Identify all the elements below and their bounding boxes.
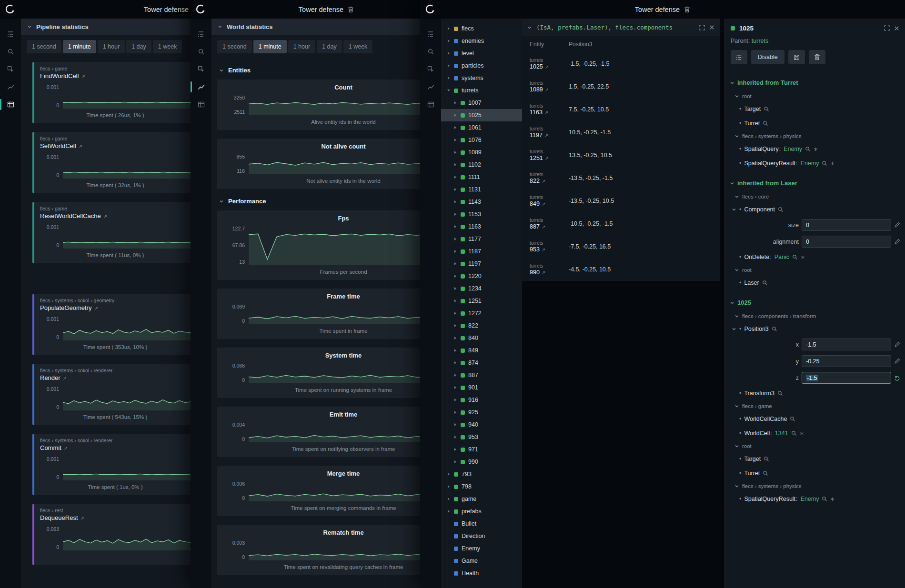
open-link-icon[interactable]: ↗ bbox=[542, 201, 545, 207]
expand-chevron-icon[interactable] bbox=[453, 262, 457, 266]
result-entity-cell[interactable]: turrets 822↗ bbox=[530, 172, 569, 185]
expand-chevron-icon[interactable] bbox=[453, 237, 457, 241]
magnifier-icon[interactable] bbox=[790, 416, 795, 422]
field-value-input[interactable]: -0.25 bbox=[802, 355, 891, 367]
search-icon[interactable] bbox=[420, 43, 441, 60]
tree-item[interactable]: 940 bbox=[441, 419, 522, 431]
close-icon[interactable] bbox=[894, 26, 899, 31]
expand-chevron-icon[interactable] bbox=[453, 460, 457, 464]
expand-chevron-icon[interactable] bbox=[453, 113, 457, 117]
chevron-down-icon[interactable] bbox=[734, 314, 739, 319]
tree-item[interactable]: 953 bbox=[441, 431, 522, 443]
pencil-icon[interactable] bbox=[894, 358, 900, 364]
expand-chevron-icon[interactable] bbox=[447, 89, 451, 92]
expand-chevron-icon[interactable] bbox=[453, 410, 457, 414]
tree-item[interactable]: Enemy bbox=[441, 542, 522, 555]
tree-item[interactable]: 971 bbox=[441, 443, 522, 456]
open-link-icon[interactable]: ↗ bbox=[542, 270, 545, 275]
component-value-link[interactable]: Panic bbox=[774, 254, 789, 260]
pencil-icon[interactable] bbox=[894, 222, 900, 228]
tree-item[interactable]: 1131 bbox=[441, 183, 522, 196]
inspector-row[interactable]: • Target : bbox=[724, 102, 905, 116]
chevron-down-icon[interactable] bbox=[734, 484, 739, 488]
time-range-button[interactable]: 1 day bbox=[317, 40, 342, 53]
inspector-row[interactable]: • : 0 alignment 0 bbox=[724, 233, 905, 250]
result-entity-cell[interactable]: turrets 990↗ bbox=[530, 263, 569, 276]
tree-item[interactable]: 901 bbox=[441, 381, 522, 394]
expand-chevron-icon[interactable] bbox=[453, 398, 457, 402]
time-range-button[interactable]: 1 week bbox=[343, 40, 373, 53]
expand-chevron-icon[interactable] bbox=[447, 472, 451, 476]
result-entity-cell[interactable]: turrets 1251↗ bbox=[530, 149, 569, 162]
field-value-input[interactable]: -1.5 bbox=[802, 339, 891, 350]
result-row[interactable]: turrets 1025↗ -1.5, -0.25, -1.5 bbox=[522, 52, 720, 75]
expand-chevron-icon[interactable] bbox=[453, 373, 457, 377]
inspector-row[interactable]: • root root : bbox=[724, 440, 905, 452]
pencil-icon[interactable] bbox=[894, 239, 900, 245]
tree-item[interactable]: game bbox=[441, 493, 522, 505]
tree-item[interactable]: 840 bbox=[441, 332, 522, 344]
result-entity-cell[interactable]: turrets 1197↗ bbox=[530, 126, 569, 139]
magnifier-icon[interactable] bbox=[822, 160, 827, 166]
expand-chevron-icon[interactable] bbox=[453, 361, 457, 365]
chevron-down-icon[interactable] bbox=[734, 194, 739, 199]
inspector-row[interactable]: • flecs › systems › physics flecs › syst… bbox=[724, 130, 905, 142]
time-range-button[interactable]: 1 minute bbox=[63, 40, 96, 53]
component-value-link[interactable]: Enemy bbox=[801, 496, 819, 502]
tree-item[interactable]: 798 bbox=[441, 480, 522, 493]
expand-chevron-icon[interactable] bbox=[447, 27, 451, 30]
inspect-icon[interactable] bbox=[0, 60, 21, 78]
tree-item[interactable]: 1177 bbox=[441, 233, 522, 245]
result-row[interactable]: turrets 822↗ -13.5, -0.25, -1.5 bbox=[522, 167, 720, 189]
tree-item[interactable]: 1111 bbox=[441, 171, 522, 183]
chevron-down-icon[interactable] bbox=[527, 25, 532, 30]
expand-icon[interactable] bbox=[699, 25, 705, 30]
tree-item[interactable]: 887 bbox=[441, 369, 522, 381]
magnifier-icon[interactable] bbox=[764, 456, 769, 462]
tree-item[interactable]: turrets bbox=[441, 84, 522, 97]
tree-item[interactable]: 925 bbox=[441, 406, 522, 419]
stats-icon[interactable] bbox=[420, 96, 441, 113]
time-range-button[interactable]: 1 minute bbox=[253, 40, 287, 53]
tree-item[interactable]: flecs bbox=[441, 22, 522, 35]
chevron-down-icon[interactable] bbox=[730, 300, 734, 305]
expand-chevron-icon[interactable] bbox=[453, 448, 457, 451]
expand-chevron-icon[interactable] bbox=[447, 485, 451, 488]
chevron-down-icon[interactable] bbox=[730, 181, 734, 186]
hierarchy-icon[interactable] bbox=[420, 25, 441, 43]
chevron-down-icon[interactable] bbox=[734, 268, 739, 272]
inspector-row[interactable]: • root root : bbox=[724, 90, 905, 102]
query-editor[interactable]: (IsA, prefabs.Laser), flecs.components bbox=[522, 19, 720, 36]
tree-item[interactable]: 1197 bbox=[441, 258, 522, 270]
field-value-input[interactable]: -1.5 bbox=[802, 372, 891, 384]
save-button[interactable] bbox=[788, 50, 805, 64]
tree-item[interactable]: 1007 bbox=[441, 97, 522, 109]
magnifier-icon[interactable] bbox=[805, 146, 811, 152]
expand-chevron-icon[interactable] bbox=[453, 150, 457, 154]
expand-chevron-icon[interactable] bbox=[453, 386, 457, 389]
system-name-link[interactable]: SetWorldCell↗ bbox=[40, 142, 191, 149]
magnifier-icon[interactable] bbox=[822, 496, 827, 502]
open-link-icon[interactable]: ↗ bbox=[542, 179, 545, 184]
inspector-row[interactable]: • WorldCell : 1341 1341 bbox=[724, 426, 905, 440]
stats-icon[interactable] bbox=[0, 96, 21, 113]
tree-item[interactable]: Game bbox=[441, 555, 522, 567]
tree-item[interactable]: 1251 bbox=[441, 295, 522, 307]
tree-item[interactable]: 822 bbox=[441, 319, 522, 332]
expand-chevron-icon[interactable] bbox=[453, 225, 457, 229]
expand-chevron-icon[interactable] bbox=[453, 349, 457, 352]
hierarchy-icon[interactable] bbox=[191, 25, 211, 43]
tree-item[interactable]: prefabs bbox=[441, 505, 522, 518]
search-icon[interactable] bbox=[191, 43, 211, 60]
expand-chevron-icon[interactable] bbox=[453, 274, 457, 278]
open-link-icon[interactable]: ↗ bbox=[542, 224, 545, 229]
delete-button[interactable] bbox=[809, 50, 825, 64]
tree-item[interactable]: 874 bbox=[441, 357, 522, 369]
field-value-input[interactable]: 0 bbox=[802, 236, 891, 248]
expand-chevron-icon[interactable] bbox=[447, 509, 451, 513]
open-link-icon[interactable]: ↗ bbox=[544, 133, 548, 138]
expand-chevron-icon[interactable] bbox=[453, 311, 457, 315]
tree-view-button[interactable] bbox=[731, 50, 747, 64]
inspector-row[interactable]: • SpatialQuery : Enemy Enemy bbox=[724, 142, 905, 156]
chevron-down-icon[interactable] bbox=[734, 94, 739, 99]
